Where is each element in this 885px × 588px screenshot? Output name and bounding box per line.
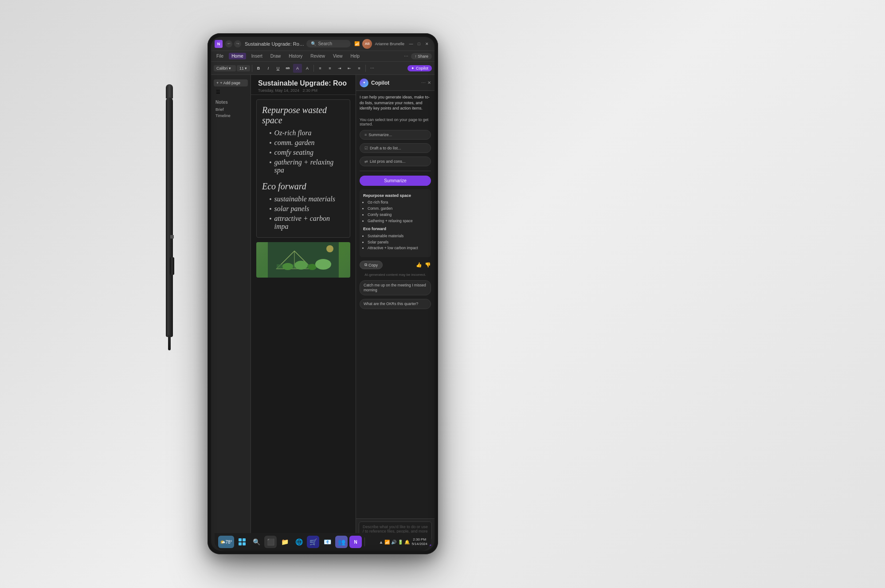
file-explorer-button[interactable]: 📁 <box>278 536 291 548</box>
font-size-selector[interactable]: 11 ▾ <box>237 65 250 71</box>
summarize-active-button[interactable]: Summarize <box>360 176 431 186</box>
copilot-logo: ✦ <box>360 78 368 87</box>
note-canvas: Repurpose wasted space Oz-rich flora com… <box>251 95 356 282</box>
tab-view[interactable]: View <box>330 53 345 59</box>
copilot-header: ✦ Copilot ⋯ ✕ <box>356 75 435 91</box>
chip-okrs[interactable]: What are the OKRs this quarter? <box>360 299 431 309</box>
bold-button[interactable]: B <box>254 64 263 73</box>
copilot-close-button[interactable]: ✕ <box>427 80 431 85</box>
toolbar-separator3 <box>365 65 366 72</box>
copilot-label: Copilot <box>416 66 428 71</box>
highlight-button[interactable]: A <box>293 64 302 73</box>
summary-result-box: Repurpose wasted space Oz-rich flora Com… <box>360 189 431 257</box>
tab-review[interactable]: Review <box>308 53 328 59</box>
font-name: Calibri <box>216 66 228 71</box>
share-button[interactable]: ↑ Share <box>411 53 432 59</box>
search-icon: 🔍 <box>311 41 316 46</box>
summary-section2-title: Eco forward <box>363 226 427 232</box>
chip-catch-up[interactable]: Catch me up on the meeting I missed morn… <box>360 280 431 295</box>
font-color-button[interactable]: A <box>303 64 312 73</box>
input-placeholder: Describe what you'd like to do or use / … <box>363 525 428 533</box>
notifications-icon[interactable]: 🔔 <box>404 540 410 545</box>
underline-button[interactable]: U <box>274 64 282 73</box>
bullet-2-2: solar panels <box>269 205 345 213</box>
teams-button[interactable]: 👥 <box>335 536 348 548</box>
thumbs-down-button[interactable]: 👎 <box>425 262 431 268</box>
formatting-toolbar: Calibri ▾ 11 ▾ B I U ab A A ≡ <box>211 62 435 75</box>
user-area: 📶 AB Arianne Brunelle <box>354 39 404 49</box>
maximize-button[interactable]: □ <box>415 39 423 49</box>
task-view-button[interactable]: ⬛ <box>264 536 277 548</box>
undo-button[interactable]: ↩ <box>225 40 232 47</box>
add-page-button[interactable]: + + Add page <box>214 79 248 86</box>
onenote-taskbar-button[interactable]: N <box>349 536 362 548</box>
note-header: Sustainable Upgrade: Roo Tuesday, May 14… <box>251 75 356 95</box>
taskbar-date-value: 5/14/2024 <box>411 542 427 546</box>
ai-disclaimer: AI-generated content may be incorrect. <box>360 273 431 277</box>
copy-button[interactable]: ⧉ Copy <box>360 261 383 269</box>
thumbs-up-button[interactable]: 👍 <box>416 262 422 268</box>
bullet-1-4: gathering + relaxing spa <box>269 158 345 174</box>
svg-point-7 <box>326 245 333 252</box>
tab-file[interactable]: File <box>214 53 226 59</box>
tablet-screen: N ↩ ↪ Sustainable Upgrade: Rooftop 🔍 Sea… <box>211 37 435 551</box>
size-dropdown-icon: ▾ <box>245 66 247 71</box>
expand-tray-icon[interactable]: ▲ <box>379 540 384 545</box>
summary-item-2-1: Sustainable materials <box>368 233 427 239</box>
copilot-panel: ✦ Copilot ⋯ ✕ I can help you generate id… <box>356 75 435 551</box>
indent-button[interactable]: ⇥ <box>335 64 344 73</box>
bullet-list-1: Oz-rich flora comm. garden comfy seating <box>262 129 345 174</box>
search-bar[interactable]: 🔍 Search <box>306 40 351 47</box>
summary-item-1-1: Oz-rich flora <box>368 200 427 205</box>
tab-draw[interactable]: Draw <box>268 53 283 59</box>
outdent-button[interactable]: ⇤ <box>345 64 354 73</box>
handwritten-title-2: Eco forward <box>262 181 345 192</box>
tab-history[interactable]: History <box>286 53 305 59</box>
copilot-more-button[interactable]: ⋯ <box>421 80 426 85</box>
strikethrough-button[interactable]: ab <box>283 64 292 73</box>
copilot-toolbar-button[interactable]: ✦ Copilot <box>407 65 432 71</box>
redo-button[interactable]: ↪ <box>234 40 241 47</box>
mail-button[interactable]: 📧 <box>321 536 333 548</box>
more-btn[interactable]: ⋯ <box>404 54 408 59</box>
sidebar-page-timeline[interactable]: Timeline <box>214 113 248 119</box>
summary-section1-title: Repurpose wasted space <box>363 193 427 199</box>
sidebar-menu-icon[interactable]: ☰ <box>215 88 222 95</box>
numbering-button[interactable]: ≡ <box>325 64 334 73</box>
edge-browser-button[interactable]: 🌐 <box>293 536 305 548</box>
bullets-button[interactable]: ≡ <box>316 64 325 73</box>
weather-temp: 78° <box>225 540 232 545</box>
close-button[interactable]: ✕ <box>423 39 431 49</box>
win-q4 <box>243 542 246 545</box>
wifi-icon: 📶 <box>354 41 360 46</box>
tab-insert[interactable]: Insert <box>249 53 265 59</box>
bullet-1-1: Oz-rich flora <box>269 129 345 137</box>
italic-button[interactable]: I <box>264 64 273 73</box>
taskbar: 🌤️ 78° 🔍 ⬛ 📁 🌐 <box>215 533 431 551</box>
suggestion-summarize[interactable]: ≡ Summarize... <box>360 130 431 140</box>
font-selector[interactable]: Calibri ▾ <box>214 65 236 71</box>
copy-label: Copy <box>368 263 378 267</box>
minimize-button[interactable]: — <box>407 39 415 49</box>
align-button[interactable]: ≡ <box>355 64 364 73</box>
todo-label: Draft a to do list... <box>370 146 401 150</box>
taskbar-clock: 2:30 PM 5/14/2024 <box>411 537 427 547</box>
todo-icon: ☑ <box>364 146 368 150</box>
search-text: Search <box>318 41 332 46</box>
taskbar-right: ▲ 📶 🔊 🔋 🔔 2:30 PM 5/14/2024 <box>379 537 428 547</box>
sidebar-page-brief[interactable]: Brief <box>214 106 248 113</box>
suggestion-todo[interactable]: ☑ Draft a to do list... <box>360 143 431 153</box>
tab-home[interactable]: Home <box>229 53 246 59</box>
bullet-2-1: sustainable materials <box>269 195 345 204</box>
bullet-list-2: sustainable materials solar panels attra… <box>262 195 345 231</box>
more-formatting-button[interactable]: ⋯ <box>368 64 376 73</box>
copilot-header-controls: ⋯ ✕ <box>421 80 431 85</box>
tab-help[interactable]: Help <box>348 53 363 59</box>
search-taskbar-button[interactable]: 🔍 <box>250 536 262 548</box>
suggestion-pros-cons[interactable]: ⇄ List pros and cons... <box>360 157 431 166</box>
summarize-icon: ≡ <box>364 133 367 137</box>
document-title: Sustainable Upgrade: Rooftop <box>245 41 306 47</box>
window-controls: — □ ✕ <box>407 39 431 49</box>
start-button[interactable] <box>236 536 248 548</box>
store-button[interactable]: 🛒 <box>307 536 319 548</box>
